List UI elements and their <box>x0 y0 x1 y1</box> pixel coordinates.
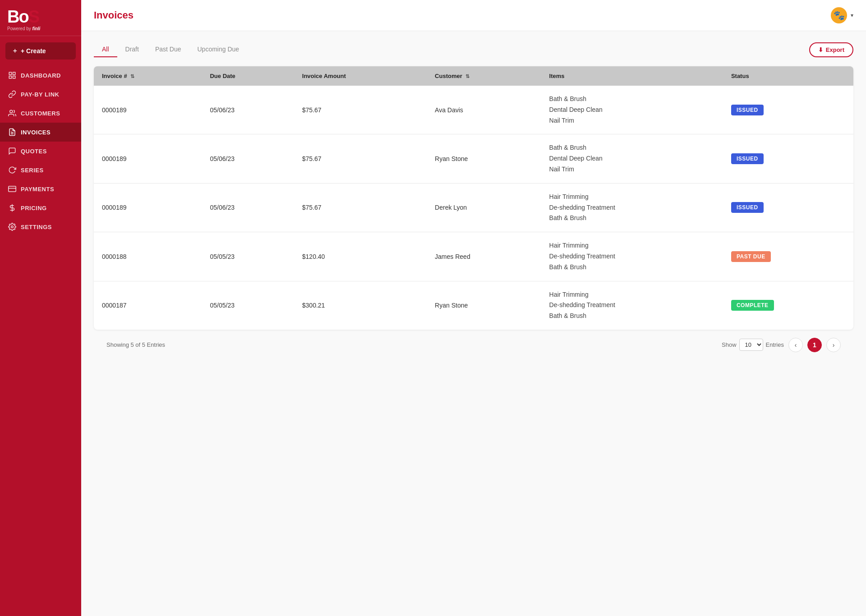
logo-powered-by: Powered by finli <box>7 26 74 31</box>
svg-rect-2 <box>9 76 11 78</box>
tab-upcoming-due[interactable]: Upcoming Due <box>189 42 248 57</box>
page-title: Invoices <box>94 9 134 21</box>
showing-text: Showing 5 of 5 Entries <box>106 341 165 348</box>
main-content: Invoices 🐾 ▾ All Draft Past Due Upcoming… <box>81 0 866 616</box>
invoices-table-container: Invoice # ⇅ Due Date Invoice Amount Cust… <box>94 66 853 330</box>
sidebar-item-settings[interactable]: SETTINGS <box>0 217 81 236</box>
customer-name: Ava Davis <box>427 86 541 134</box>
svg-rect-0 <box>9 72 11 74</box>
invoices-table: Invoice # ⇅ Due Date Invoice Amount Cust… <box>94 66 853 330</box>
due-date: 05/05/23 <box>202 281 294 330</box>
logo-finli: finli <box>32 26 41 31</box>
svg-rect-3 <box>13 76 15 78</box>
status-badge: ISSUED <box>731 105 764 115</box>
status-cell: ISSUED <box>723 183 853 232</box>
next-page-button[interactable]: › <box>826 338 841 352</box>
status-cell: PAST DUE <box>723 232 853 281</box>
col-invoice-amount: Invoice Amount <box>294 66 427 86</box>
settings-icon <box>8 223 16 231</box>
col-status: Status <box>723 66 853 86</box>
page-1-button[interactable]: 1 <box>807 338 822 352</box>
message-square-icon <box>8 147 16 155</box>
table-row[interactable]: 0000189 05/06/23 $75.67 Ryan Stone Bath … <box>94 134 853 183</box>
sidebar-item-dashboard-label: DASHBOARD <box>21 72 61 79</box>
tab-past-due[interactable]: Past Due <box>147 42 189 57</box>
invoice-num: 0000189 <box>94 183 202 232</box>
items-cell: Bath & BrushDental Deep CleanNail Trim <box>541 86 723 134</box>
col-customer[interactable]: Customer ⇅ <box>427 66 541 86</box>
sidebar: BoS Powered by finli ＋ + Create DASHBOAR… <box>0 0 81 616</box>
sidebar-item-payments-label: PAYMENTS <box>21 186 54 193</box>
invoice-num: 0000189 <box>94 134 202 183</box>
status-badge: ISSUED <box>731 153 764 164</box>
link-icon <box>8 90 16 98</box>
invoice-amount: $300.21 <box>294 281 427 330</box>
status-cell: ISSUED <box>723 86 853 134</box>
plus-icon: ＋ <box>12 47 18 55</box>
file-text-icon <box>8 128 16 136</box>
tab-all[interactable]: All <box>94 42 117 57</box>
svg-point-4 <box>10 110 13 113</box>
table-row[interactable]: 0000188 05/05/23 $120.40 James Reed Hair… <box>94 232 853 281</box>
customer-name: James Reed <box>427 232 541 281</box>
sort-icon-customer: ⇅ <box>465 74 470 79</box>
invoice-num: 0000189 <box>94 86 202 134</box>
items-cell: Hair TrimmingDe-shedding TreatmentBath &… <box>541 281 723 330</box>
pagination: Show 10 25 50 Entries ‹ 1 › <box>722 338 841 352</box>
header-right: 🐾 ▾ <box>831 7 853 23</box>
sidebar-item-series-label: SERIES <box>21 167 44 174</box>
content-area: All Draft Past Due Upcoming Due ⬇ Export… <box>81 31 866 616</box>
tab-list: All Draft Past Due Upcoming Due <box>94 42 247 57</box>
status-cell: ISSUED <box>723 134 853 183</box>
sidebar-item-pricing[interactable]: PRICING <box>0 198 81 217</box>
sidebar-item-customers[interactable]: CUSTOMERS <box>0 104 81 123</box>
customer-name: Ryan Stone <box>427 281 541 330</box>
sidebar-item-invoices-label: INVOICES <box>21 129 51 136</box>
status-cell: COMPLETE <box>723 281 853 330</box>
grid-icon <box>8 71 16 79</box>
sidebar-item-pay-by-link[interactable]: PAY-BY LINK <box>0 85 81 104</box>
header-row: Invoice # ⇅ Due Date Invoice Amount Cust… <box>94 66 853 86</box>
dollar-icon <box>8 204 16 212</box>
sidebar-item-series[interactable]: SERIES <box>0 161 81 179</box>
table-header: Invoice # ⇅ Due Date Invoice Amount Cust… <box>94 66 853 86</box>
sidebar-item-payments[interactable]: PAYMENTS <box>0 179 81 198</box>
invoice-num: 0000187 <box>94 281 202 330</box>
export-button[interactable]: ⬇ Export <box>809 42 853 57</box>
status-badge: PAST DUE <box>731 251 771 262</box>
table-row[interactable]: 0000187 05/05/23 $300.21 Ryan Stone Hair… <box>94 281 853 330</box>
invoice-amount: $75.67 <box>294 183 427 232</box>
due-date: 05/06/23 <box>202 183 294 232</box>
users-icon <box>8 109 16 117</box>
items-cell: Hair TrimmingDe-shedding TreatmentBath &… <box>541 183 723 232</box>
avatar[interactable]: 🐾 <box>831 7 847 23</box>
sidebar-item-dashboard[interactable]: DASHBOARD <box>0 66 81 85</box>
refresh-icon <box>8 166 16 174</box>
sidebar-item-customers-label: CUSTOMERS <box>21 110 60 117</box>
sidebar-item-pricing-label: PRICING <box>21 205 47 211</box>
create-button[interactable]: ＋ + Create <box>5 42 76 60</box>
table-row[interactable]: 0000189 05/06/23 $75.67 Ava Davis Bath &… <box>94 86 853 134</box>
sidebar-nav: DASHBOARD PAY-BY LINK CUSTOMERS INVOICES… <box>0 66 81 236</box>
show-select: Show 10 25 50 Entries <box>722 339 784 351</box>
create-label: + Create <box>21 47 46 55</box>
sidebar-item-quotes[interactable]: QUOTES <box>0 142 81 161</box>
prev-page-button[interactable]: ‹ <box>788 338 803 352</box>
items-cell: Bath & BrushDental Deep CleanNail Trim <box>541 134 723 183</box>
table-body: 0000189 05/06/23 $75.67 Ava Davis Bath &… <box>94 86 853 330</box>
invoice-num: 0000188 <box>94 232 202 281</box>
chevron-down-icon[interactable]: ▾ <box>851 12 853 18</box>
table-row[interactable]: 0000189 05/06/23 $75.67 Derek Lyon Hair … <box>94 183 853 232</box>
table-footer: Showing 5 of 5 Entries Show 10 25 50 Ent… <box>94 330 853 360</box>
tab-draft[interactable]: Draft <box>117 42 147 57</box>
col-invoice[interactable]: Invoice # ⇅ <box>94 66 202 86</box>
entries-select[interactable]: 10 25 50 <box>739 339 763 351</box>
sidebar-item-invoices[interactable]: INVOICES <box>0 123 81 142</box>
customer-name: Ryan Stone <box>427 134 541 183</box>
svg-point-10 <box>11 226 14 228</box>
page-header: Invoices 🐾 ▾ <box>81 0 866 31</box>
svg-rect-1 <box>13 72 15 74</box>
invoice-amount: $120.40 <box>294 232 427 281</box>
due-date: 05/06/23 <box>202 134 294 183</box>
invoice-amount: $75.67 <box>294 86 427 134</box>
